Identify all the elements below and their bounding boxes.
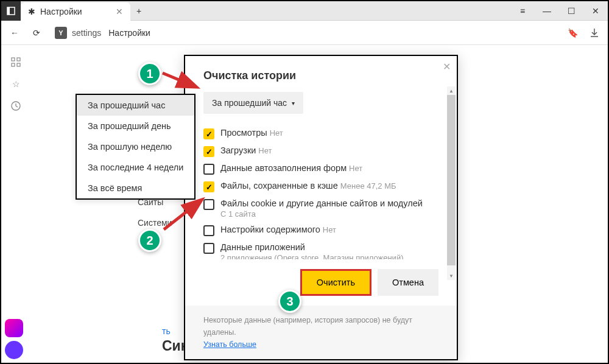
time-range-dropdown: За прошедший часЗа прошедший деньЗа прош… xyxy=(76,94,195,200)
history-icon[interactable] xyxy=(10,100,22,112)
check-note: Менее 47,2 МБ xyxy=(340,181,396,191)
check-label: Файлы, сохраненные в кэше xyxy=(220,181,338,191)
titlebar: ✱ Настройки ✕ + ≡ — ☐ ✕ xyxy=(1,1,608,21)
dropdown-item[interactable]: За последние 4 недели xyxy=(77,157,194,178)
check-note: Нет xyxy=(349,164,362,173)
svg-rect-5 xyxy=(17,63,20,66)
dialog-title: Очистка истории xyxy=(185,56,457,92)
check-note: Нет xyxy=(270,128,283,138)
sidebar: ☆ xyxy=(2,46,29,112)
svg-rect-1 xyxy=(7,7,10,15)
dialog-footer: Очистить Отмена xyxy=(185,259,457,306)
star-icon[interactable]: ☆ xyxy=(10,78,22,90)
annotation-badge-1: 1 xyxy=(138,62,161,85)
annotation-badge-2: 2 xyxy=(138,229,161,252)
minimize-button[interactable]: — xyxy=(535,1,559,21)
dialog-note: Некоторые данные (например, история запр… xyxy=(185,306,457,359)
checklist: ПросмотрыНетЗагрузкиНетДанные автозаполн… xyxy=(203,125,438,259)
dropdown-item[interactable]: За прошедший день xyxy=(77,116,194,136)
check-label: Данные приложений xyxy=(220,242,305,252)
menu-button[interactable]: ≡ xyxy=(510,1,535,21)
annotation-arrow-1 xyxy=(160,67,202,91)
svg-rect-4 xyxy=(12,63,15,66)
scroll-thumb[interactable] xyxy=(447,95,456,265)
checkbox[interactable] xyxy=(203,181,214,192)
tab-title: Настройки xyxy=(40,7,82,16)
check-row: Данные автозаполнения формНет xyxy=(203,160,438,178)
dropdown-item[interactable]: За всё время xyxy=(77,178,194,198)
check-row: Данные приложений2 приложения (Opera sto… xyxy=(203,239,438,259)
check-label: Просмотры xyxy=(220,128,267,138)
close-dialog-icon[interactable]: ✕ xyxy=(443,61,451,72)
app-icon xyxy=(1,1,21,21)
dropdown-item[interactable]: За прошедший час xyxy=(77,95,194,116)
svg-rect-2 xyxy=(12,58,15,61)
bg-link[interactable]: ть xyxy=(162,326,171,336)
close-window-button[interactable]: ✕ xyxy=(583,1,608,21)
bookmark-icon[interactable]: 🔖 xyxy=(564,24,581,41)
dropdown-item[interactable]: За прошлую неделю xyxy=(77,136,194,157)
check-row: Файлы cookie и другие данные сайтов и мо… xyxy=(203,195,438,222)
bg-footer: ть xyxy=(162,326,171,336)
clear-history-dialog: ✕ Очистка истории За прошедший час ▾ Про… xyxy=(184,55,458,360)
close-tab-icon[interactable]: ✕ xyxy=(116,7,123,16)
cancel-button[interactable]: Отмена xyxy=(378,269,438,296)
check-subtext: С 1 сайта xyxy=(220,209,423,219)
check-row: Настройки содержимогоНет xyxy=(203,222,438,239)
sidebar-bottom xyxy=(5,319,23,359)
gear-icon: ✱ xyxy=(28,7,35,16)
yandex-icon: Y xyxy=(55,27,67,39)
dialog-scrollbar[interactable]: ▲ ▼ xyxy=(447,86,456,280)
checkbox[interactable] xyxy=(203,146,214,157)
check-note: Нет xyxy=(323,225,336,234)
check-row: ЗагрузкиНет xyxy=(203,142,438,160)
download-icon[interactable] xyxy=(586,24,603,41)
check-label: Загрузки xyxy=(220,145,256,155)
url-path: settings xyxy=(72,28,101,38)
learn-more-link[interactable]: Узнать больше xyxy=(203,340,256,349)
reload-button[interactable]: ⟳ xyxy=(28,24,45,41)
address-bar[interactable]: Y settings Настройки xyxy=(50,27,559,39)
check-subtext: 2 приложения (Opera store, Магазин прило… xyxy=(220,253,403,259)
annotation-badge-3: 3 xyxy=(278,290,301,313)
time-range-select[interactable]: За прошедший час ▾ xyxy=(203,92,303,114)
check-row: ПросмотрыНет xyxy=(203,125,438,142)
note-text: Некоторые данные (например, история запр… xyxy=(203,316,412,337)
maximize-button[interactable]: ☐ xyxy=(559,1,583,21)
checkbox[interactable] xyxy=(203,243,214,254)
svg-line-8 xyxy=(163,73,195,86)
new-tab-button[interactable]: + xyxy=(130,6,147,16)
checkbox[interactable] xyxy=(203,164,214,175)
grid-icon[interactable] xyxy=(10,56,22,68)
check-label: Настройки содержимого xyxy=(220,225,320,234)
annotation-arrow-2 xyxy=(161,196,209,233)
scroll-up-icon[interactable]: ▲ xyxy=(447,86,456,95)
checkbox[interactable] xyxy=(203,128,214,139)
check-label: Файлы cookie и другие данные сайтов и мо… xyxy=(220,198,423,208)
time-range-label: За прошедший час xyxy=(212,98,287,108)
back-button[interactable]: ← xyxy=(6,24,23,41)
check-label: Данные автозаполнения форм xyxy=(220,163,347,173)
browser-tab[interactable]: ✱ Настройки ✕ xyxy=(21,2,130,21)
svg-line-10 xyxy=(164,201,200,229)
clear-button[interactable]: Очистить xyxy=(300,269,371,296)
svg-rect-3 xyxy=(17,58,20,61)
check-row: Файлы, сохраненные в кэшеМенее 47,2 МБ xyxy=(203,178,438,195)
chevron-down-icon: ▾ xyxy=(292,100,295,107)
url-title: Настройки xyxy=(108,28,150,38)
check-note: Нет xyxy=(258,146,272,155)
toolbar: ← ⟳ Y settings Настройки 🔖 xyxy=(1,21,608,45)
app-shortcut-2[interactable] xyxy=(5,341,23,359)
scroll-down-icon[interactable]: ▼ xyxy=(447,271,456,280)
app-shortcut-1[interactable] xyxy=(5,319,23,337)
